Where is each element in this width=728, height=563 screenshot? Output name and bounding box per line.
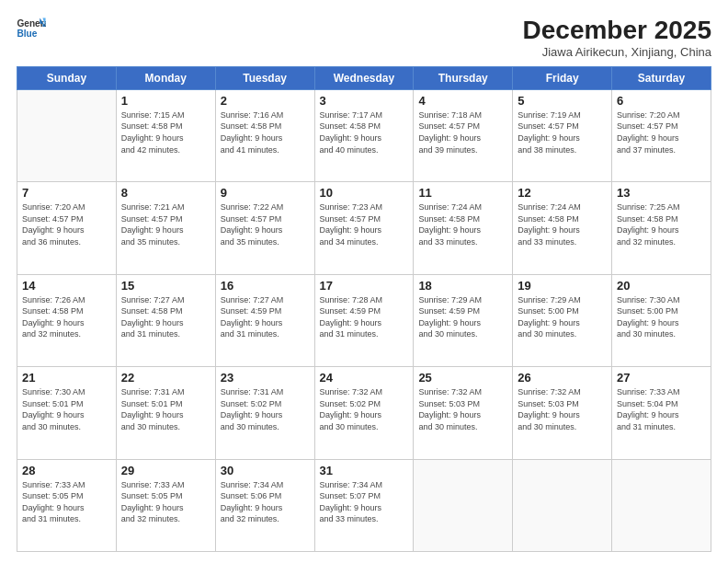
day-number: 29 bbox=[121, 464, 210, 477]
day-info: Sunrise: 7:20 AM Sunset: 4:57 PM Dayligh… bbox=[22, 201, 111, 247]
header-cell-friday: Friday bbox=[513, 66, 612, 89]
day-info: Sunrise: 7:19 AM Sunset: 4:57 PM Dayligh… bbox=[518, 109, 607, 155]
day-info: Sunrise: 7:16 AM Sunset: 4:58 PM Dayligh… bbox=[221, 109, 310, 155]
day-info: Sunrise: 7:17 AM Sunset: 4:58 PM Dayligh… bbox=[320, 109, 409, 155]
calendar-cell: 21Sunrise: 7:30 AM Sunset: 5:01 PM Dayli… bbox=[17, 367, 117, 459]
day-number: 26 bbox=[518, 371, 607, 385]
header-cell-sunday: Sunday bbox=[17, 66, 117, 89]
day-number: 27 bbox=[617, 371, 706, 385]
day-info: Sunrise: 7:25 AM Sunset: 4:58 PM Dayligh… bbox=[617, 201, 706, 247]
calendar-cell: 20Sunrise: 7:30 AM Sunset: 5:00 PM Dayli… bbox=[612, 274, 711, 366]
calendar-cell: 11Sunrise: 7:24 AM Sunset: 4:58 PM Dayli… bbox=[414, 182, 513, 274]
day-info: Sunrise: 7:20 AM Sunset: 4:57 PM Dayligh… bbox=[617, 109, 706, 155]
day-number: 23 bbox=[221, 371, 310, 385]
calendar-cell bbox=[612, 459, 711, 551]
day-info: Sunrise: 7:27 AM Sunset: 4:58 PM Dayligh… bbox=[121, 294, 210, 340]
calendar-cell: 31Sunrise: 7:34 AM Sunset: 5:07 PM Dayli… bbox=[314, 459, 414, 551]
day-info: Sunrise: 7:23 AM Sunset: 4:57 PM Dayligh… bbox=[320, 201, 409, 247]
day-number: 15 bbox=[121, 279, 210, 293]
calendar-cell: 24Sunrise: 7:32 AM Sunset: 5:02 PM Dayli… bbox=[314, 367, 414, 459]
week-row-4: 21Sunrise: 7:30 AM Sunset: 5:01 PM Dayli… bbox=[17, 367, 711, 459]
day-info: Sunrise: 7:32 AM Sunset: 5:03 PM Dayligh… bbox=[518, 386, 607, 432]
header-cell-thursday: Thursday bbox=[414, 66, 513, 89]
day-number: 12 bbox=[518, 186, 607, 200]
day-number: 6 bbox=[617, 94, 706, 108]
calendar-cell: 22Sunrise: 7:31 AM Sunset: 5:01 PM Dayli… bbox=[116, 367, 215, 459]
logo: General Blue bbox=[17, 17, 46, 42]
calendar-cell: 3Sunrise: 7:17 AM Sunset: 4:58 PM Daylig… bbox=[314, 89, 414, 181]
day-info: Sunrise: 7:28 AM Sunset: 4:59 PM Dayligh… bbox=[320, 294, 409, 340]
day-number: 31 bbox=[320, 464, 409, 477]
calendar-cell: 1Sunrise: 7:15 AM Sunset: 4:58 PM Daylig… bbox=[116, 89, 215, 181]
day-info: Sunrise: 7:33 AM Sunset: 5:05 PM Dayligh… bbox=[121, 479, 210, 525]
day-info: Sunrise: 7:24 AM Sunset: 4:58 PM Dayligh… bbox=[418, 201, 507, 247]
week-row-1: 1Sunrise: 7:15 AM Sunset: 4:58 PM Daylig… bbox=[17, 89, 711, 181]
day-info: Sunrise: 7:24 AM Sunset: 4:58 PM Dayligh… bbox=[518, 201, 607, 247]
day-info: Sunrise: 7:29 AM Sunset: 4:59 PM Dayligh… bbox=[418, 294, 507, 340]
calendar-cell: 15Sunrise: 7:27 AM Sunset: 4:58 PM Dayli… bbox=[116, 274, 215, 366]
day-number: 28 bbox=[22, 464, 111, 477]
day-info: Sunrise: 7:32 AM Sunset: 5:02 PM Dayligh… bbox=[320, 386, 409, 432]
week-row-2: 7Sunrise: 7:20 AM Sunset: 4:57 PM Daylig… bbox=[17, 182, 711, 274]
day-info: Sunrise: 7:33 AM Sunset: 5:04 PM Dayligh… bbox=[617, 386, 706, 432]
week-row-5: 28Sunrise: 7:33 AM Sunset: 5:05 PM Dayli… bbox=[17, 459, 711, 551]
day-number: 2 bbox=[221, 94, 310, 108]
calendar-cell: 28Sunrise: 7:33 AM Sunset: 5:05 PM Dayli… bbox=[17, 459, 117, 551]
calendar-cell: 27Sunrise: 7:33 AM Sunset: 5:04 PM Dayli… bbox=[612, 367, 711, 459]
calendar-cell: 9Sunrise: 7:22 AM Sunset: 4:57 PM Daylig… bbox=[215, 182, 314, 274]
calendar-cell: 12Sunrise: 7:24 AM Sunset: 4:58 PM Dayli… bbox=[513, 182, 612, 274]
day-number: 14 bbox=[22, 279, 111, 293]
calendar-table: SundayMondayTuesdayWednesdayThursdayFrid… bbox=[17, 66, 711, 552]
calendar-cell bbox=[17, 89, 117, 181]
day-info: Sunrise: 7:15 AM Sunset: 4:58 PM Dayligh… bbox=[121, 109, 210, 155]
day-number: 18 bbox=[418, 279, 507, 293]
calendar-cell: 8Sunrise: 7:21 AM Sunset: 4:57 PM Daylig… bbox=[116, 182, 215, 274]
day-info: Sunrise: 7:18 AM Sunset: 4:57 PM Dayligh… bbox=[418, 109, 507, 155]
day-number: 22 bbox=[121, 371, 210, 385]
calendar-cell: 4Sunrise: 7:18 AM Sunset: 4:57 PM Daylig… bbox=[414, 89, 513, 181]
day-info: Sunrise: 7:33 AM Sunset: 5:05 PM Dayligh… bbox=[22, 479, 111, 525]
day-info: Sunrise: 7:29 AM Sunset: 5:00 PM Dayligh… bbox=[518, 294, 607, 340]
day-info: Sunrise: 7:26 AM Sunset: 4:58 PM Dayligh… bbox=[22, 294, 111, 340]
day-number: 3 bbox=[320, 94, 409, 108]
day-number: 5 bbox=[518, 94, 607, 108]
calendar-cell bbox=[513, 459, 612, 551]
calendar-cell: 23Sunrise: 7:31 AM Sunset: 5:02 PM Dayli… bbox=[215, 367, 314, 459]
day-info: Sunrise: 7:21 AM Sunset: 4:57 PM Dayligh… bbox=[121, 201, 210, 247]
day-info: Sunrise: 7:31 AM Sunset: 5:02 PM Dayligh… bbox=[221, 386, 310, 432]
header-cell-monday: Monday bbox=[116, 66, 215, 89]
page: General Blue December 2025 Jiawa Airikec… bbox=[0, 0, 728, 563]
header-row: SundayMondayTuesdayWednesdayThursdayFrid… bbox=[17, 66, 711, 89]
day-info: Sunrise: 7:22 AM Sunset: 4:57 PM Dayligh… bbox=[221, 201, 310, 247]
day-info: Sunrise: 7:32 AM Sunset: 5:03 PM Dayligh… bbox=[418, 386, 507, 432]
header: General Blue December 2025 Jiawa Airikec… bbox=[17, 17, 711, 59]
calendar-cell: 26Sunrise: 7:32 AM Sunset: 5:03 PM Dayli… bbox=[513, 367, 612, 459]
calendar-cell: 6Sunrise: 7:20 AM Sunset: 4:57 PM Daylig… bbox=[612, 89, 711, 181]
day-number: 8 bbox=[121, 186, 210, 200]
calendar-cell bbox=[414, 459, 513, 551]
calendar-cell: 7Sunrise: 7:20 AM Sunset: 4:57 PM Daylig… bbox=[17, 182, 117, 274]
header-cell-tuesday: Tuesday bbox=[215, 66, 314, 89]
day-number: 24 bbox=[320, 371, 409, 385]
subtitle: Jiawa Airikecun, Xinjiang, China bbox=[523, 45, 711, 59]
calendar-cell: 17Sunrise: 7:28 AM Sunset: 4:59 PM Dayli… bbox=[314, 274, 414, 366]
calendar-cell: 16Sunrise: 7:27 AM Sunset: 4:59 PM Dayli… bbox=[215, 274, 314, 366]
month-title: December 2025 bbox=[523, 17, 711, 45]
day-number: 25 bbox=[418, 371, 507, 385]
header-cell-saturday: Saturday bbox=[612, 66, 711, 89]
day-number: 21 bbox=[22, 371, 111, 385]
day-number: 9 bbox=[221, 186, 310, 200]
calendar-cell: 2Sunrise: 7:16 AM Sunset: 4:58 PM Daylig… bbox=[215, 89, 314, 181]
day-info: Sunrise: 7:34 AM Sunset: 5:06 PM Dayligh… bbox=[221, 479, 310, 525]
day-number: 19 bbox=[518, 279, 607, 293]
day-number: 30 bbox=[221, 464, 310, 477]
day-info: Sunrise: 7:34 AM Sunset: 5:07 PM Dayligh… bbox=[320, 479, 409, 525]
day-number: 16 bbox=[221, 279, 310, 293]
calendar-cell: 25Sunrise: 7:32 AM Sunset: 5:03 PM Dayli… bbox=[414, 367, 513, 459]
day-number: 4 bbox=[418, 94, 507, 108]
calendar-cell: 14Sunrise: 7:26 AM Sunset: 4:58 PM Dayli… bbox=[17, 274, 117, 366]
calendar-cell: 5Sunrise: 7:19 AM Sunset: 4:57 PM Daylig… bbox=[513, 89, 612, 181]
day-number: 20 bbox=[617, 279, 706, 293]
calendar-cell: 18Sunrise: 7:29 AM Sunset: 4:59 PM Dayli… bbox=[414, 274, 513, 366]
day-info: Sunrise: 7:30 AM Sunset: 5:01 PM Dayligh… bbox=[22, 386, 111, 432]
